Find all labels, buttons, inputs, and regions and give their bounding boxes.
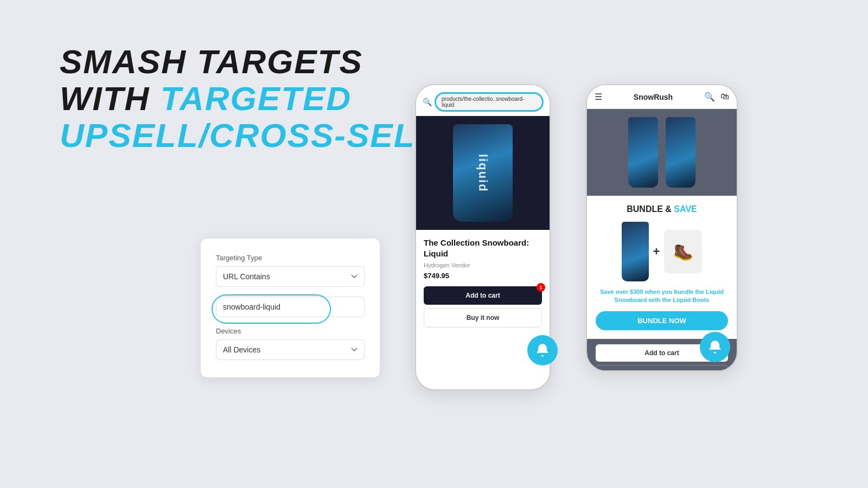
bell-svg-right (707, 339, 723, 355)
bundle-card: BUNDLE & SAVE + 🥾 Save over $300 when yo… (587, 196, 737, 339)
headline-line2: WITH TARGETED (60, 80, 437, 117)
search-icon: 🔍 (423, 98, 432, 106)
headline-line2-black: WITH (60, 80, 150, 117)
product-image-area (416, 116, 550, 230)
bundle-boot-img: 🥾 (664, 230, 702, 273)
small-board-2 (666, 117, 695, 188)
devices-label: Devices (216, 327, 365, 335)
bell-svg-left (535, 343, 550, 358)
bundle-board-img (622, 222, 649, 281)
bell-notification-left[interactable] (527, 335, 558, 365)
store-name: SnowRush (634, 93, 673, 101)
plus-sign: + (653, 245, 660, 259)
bundle-title: BUNDLE & SAVE (596, 204, 728, 214)
bell-notification-right[interactable] (700, 332, 730, 362)
product-title: The Collection Snowboard: Liquid (424, 237, 542, 259)
right-phone-header: ☰ SnowRush 🔍 🛍 (587, 85, 737, 109)
left-phone-header: 🔍 products/the-collectio..snowboard-liqu… (416, 85, 550, 116)
url-input[interactable] (216, 297, 365, 317)
product-background (587, 109, 737, 196)
headline-line3: UPSELL/CROSS-SELL (60, 117, 437, 154)
bundle-description: Save over $300 when you bundle the Liqui… (596, 288, 728, 305)
targeting-type-label: Targeting Type (216, 254, 365, 262)
url-bar: products/the-collectio..snowboard-liquid (435, 93, 543, 111)
product-info: The Collection Snowboard: Liquid Hydroge… (416, 230, 550, 328)
vendor-text: Hydrogen Vendor (424, 262, 542, 268)
url-bar-text: products/the-collectio..snowboard-liquid (442, 96, 524, 108)
header-icons: 🔍 🛍 (704, 92, 729, 102)
add-to-cart-button[interactable]: Add to cart 1 (424, 286, 542, 305)
targeting-panel: Targeting Type URL Contains URL Equals U… (201, 239, 380, 377)
bundle-products: + 🥾 (596, 222, 728, 281)
search-icon-right[interactable]: 🔍 (704, 92, 715, 102)
cart-badge: 1 (537, 283, 545, 292)
url-input-wrap (216, 297, 365, 317)
headline-line1: SMASH TARGETS (60, 43, 437, 80)
bundle-title-cyan: SAVE (674, 204, 697, 214)
buy-now-button[interactable]: Buy it now (424, 308, 542, 328)
cart-icon-right[interactable]: 🛍 (720, 92, 729, 102)
bundle-title-black: BUNDLE & (627, 204, 672, 214)
targeting-type-select[interactable]: URL Contains URL Equals URL Starts With (216, 266, 365, 287)
bundle-now-button[interactable]: BUNDLE NOW (596, 311, 728, 330)
headline-section: SMASH TARGETS WITH TARGETED UPSELL/CROSS… (60, 43, 437, 155)
headline-line2-blue: TARGETED (161, 80, 352, 117)
devices-select[interactable]: All Devices Desktop Mobile (216, 339, 365, 360)
buy-now-button-right[interactable]: Buy it now (596, 365, 728, 371)
small-board-1 (628, 117, 658, 188)
right-phone: ☰ SnowRush 🔍 🛍 BUNDLE & SAVE + 🥾 Save ov… (586, 84, 738, 371)
price-text: $749.95 (424, 272, 542, 280)
hamburger-icon[interactable]: ☰ (595, 92, 602, 102)
snowboard-image (453, 124, 513, 222)
